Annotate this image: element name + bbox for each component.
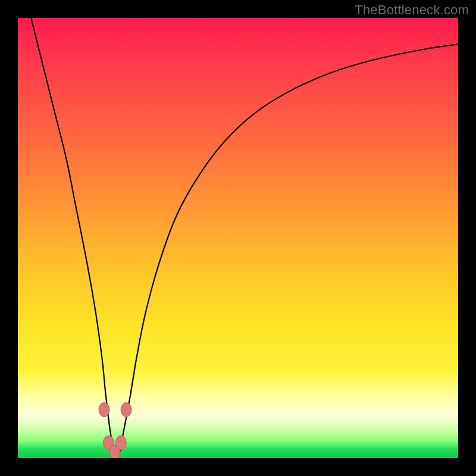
curve-markers bbox=[99, 403, 131, 458]
watermark-text: TheBottleneck.com bbox=[355, 2, 469, 18]
bottleneck-curve bbox=[31, 18, 458, 457]
curve-marker bbox=[121, 403, 131, 417]
chart-frame: TheBottleneck.com bbox=[0, 0, 476, 476]
curve-marker bbox=[115, 436, 126, 450]
chart-svg bbox=[18, 18, 458, 458]
plot-area bbox=[18, 18, 458, 458]
curve-marker bbox=[99, 403, 109, 417]
